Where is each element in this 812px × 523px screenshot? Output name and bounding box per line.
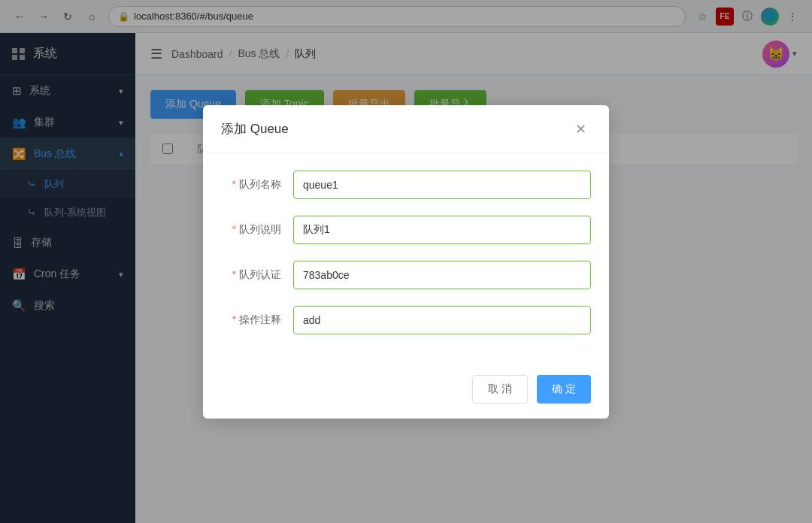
label-queue-auth: 队列认证 [221, 268, 281, 282]
label-queue-note: 操作注释 [221, 313, 281, 327]
cancel-button[interactable]: 取 消 [472, 375, 528, 404]
label-queue-desc: 队列说明 [221, 223, 281, 237]
dialog-footer: 取 消 确 定 [203, 363, 609, 419]
dialog-body: 队列名称 队列说明 队列认证 操作注释 [203, 153, 609, 363]
input-queue-auth[interactable] [293, 261, 591, 289]
input-queue-desc[interactable] [293, 216, 591, 244]
dialog-header: 添加 Queue ✕ [203, 105, 609, 153]
confirm-button[interactable]: 确 定 [537, 375, 591, 404]
add-queue-dialog: 添加 Queue ✕ 队列名称 队列说明 队列认证 操作注释 取 消 确 定 [203, 105, 609, 419]
dialog-title: 添加 Queue [221, 120, 289, 138]
form-row-queue-desc: 队列说明 [221, 216, 591, 244]
label-queue-name: 队列名称 [221, 178, 281, 192]
dialog-close-button[interactable]: ✕ [570, 119, 591, 140]
form-row-queue-name: 队列名称 [221, 171, 591, 199]
form-row-queue-note: 操作注释 [221, 306, 591, 334]
input-queue-note[interactable] [293, 306, 591, 334]
form-row-queue-auth: 队列认证 [221, 261, 591, 289]
modal-overlay[interactable]: 添加 Queue ✕ 队列名称 队列说明 队列认证 操作注释 取 消 确 定 [0, 0, 812, 523]
input-queue-name[interactable] [293, 171, 591, 199]
